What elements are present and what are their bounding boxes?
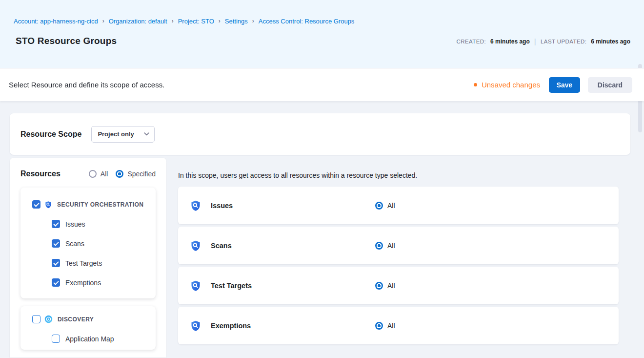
discovery-label[interactable]: DISCOVERY <box>58 316 94 323</box>
issues-label[interactable]: Issues <box>65 220 85 228</box>
chevron-down-icon <box>144 132 149 136</box>
radio-all-icon[interactable] <box>375 242 383 250</box>
radio-all-icon[interactable] <box>375 322 383 330</box>
breadcrumb-account-link[interactable]: Account: app-harness-ng-cicd <box>14 18 98 25</box>
security-orchestration-checkbox[interactable] <box>32 200 40 209</box>
access-all-label[interactable]: All <box>387 282 395 290</box>
breadcrumb-project-link[interactable]: Project: STO <box>178 18 214 25</box>
radio-all-icon[interactable] <box>89 170 97 178</box>
card-label-scans: Scans <box>211 242 232 250</box>
sto-shield-icon <box>190 320 201 332</box>
application-map-checkbox[interactable] <box>52 335 60 343</box>
access-all-label[interactable]: All <box>387 322 395 330</box>
scope-description: In this scope, users get access to all r… <box>178 171 630 179</box>
resources-mode-all-label: All <box>101 170 108 178</box>
access-main: In this scope, users get access to all r… <box>178 158 630 347</box>
tree-item-issues: Issues <box>52 220 149 228</box>
scans-label[interactable]: Scans <box>65 240 84 248</box>
resource-scope-selected-value: Project only <box>98 130 134 138</box>
access-card-scans: Scans All <box>178 227 619 264</box>
access-option-test-targets: All <box>375 282 395 290</box>
issues-checkbox[interactable] <box>52 220 60 228</box>
toolbar-description: Select Resource and define its scope of … <box>9 81 164 89</box>
save-button[interactable]: Save <box>549 77 580 93</box>
breadcrumb-separator: › <box>252 18 254 24</box>
resource-scope-dropdown[interactable]: Project only <box>91 126 155 143</box>
unsaved-dot-icon <box>474 83 477 86</box>
exemptions-checkbox[interactable] <box>52 278 60 287</box>
test-targets-label[interactable]: Test Targets <box>65 259 102 267</box>
breadcrumb-settings-link[interactable]: Settings <box>225 18 248 25</box>
tree-item-test-targets: Test Targets <box>52 259 149 267</box>
access-all-label[interactable]: All <box>387 242 395 250</box>
resources-title: Resources <box>20 169 60 178</box>
access-option-scans: All <box>375 242 395 250</box>
card-label-test-targets: Test Targets <box>211 282 252 290</box>
access-all-label[interactable]: All <box>387 202 395 210</box>
created-updated-meta: CREATED: 6 minutes ago | LAST UPDATED: 6… <box>457 37 630 45</box>
breadcrumb-separator: › <box>219 18 221 24</box>
resources-mode-specified[interactable]: Specified <box>116 170 156 178</box>
access-option-exemptions: All <box>375 322 395 330</box>
radio-specified-icon[interactable] <box>116 170 123 178</box>
exemptions-label[interactable]: Exemptions <box>65 279 101 287</box>
resources-mode-radio-group: All Specified <box>89 170 156 178</box>
application-map-label[interactable]: Application Map <box>65 335 114 343</box>
tree-item-exemptions: Exemptions <box>52 278 149 287</box>
resource-scope-panel: Resource Scope Project only <box>10 113 630 155</box>
last-updated-label: LAST UPDATED: <box>541 39 586 44</box>
radio-all-icon[interactable] <box>375 282 383 290</box>
test-targets-checkbox[interactable] <box>52 259 60 267</box>
breadcrumb: Account: app-harness-ng-cicd › Organizat… <box>14 18 630 25</box>
created-value: 6 minutes ago <box>490 38 530 45</box>
resource-scope-label: Resource Scope <box>20 130 81 139</box>
discard-button[interactable]: Discard <box>588 77 632 93</box>
tree-item-application-map: Application Map <box>52 335 149 343</box>
discovery-icon <box>44 315 53 323</box>
resource-group-discovery: DISCOVERY Application Map <box>20 306 156 350</box>
card-label-exemptions: Exemptions <box>211 322 251 330</box>
unsaved-changes-status: Unsaved changes <box>474 81 540 89</box>
access-card-issues: Issues All <box>178 187 619 224</box>
created-label: CREATED: <box>457 39 486 44</box>
sto-shield-icon <box>190 240 201 252</box>
page-header: Account: app-harness-ng-cicd › Organizat… <box>0 0 644 68</box>
breadcrumb-access-control-link[interactable]: Access Control: Resource Groups <box>259 18 355 25</box>
radio-all-icon[interactable] <box>375 202 383 210</box>
unsaved-changes-label: Unsaved changes <box>482 81 540 89</box>
access-card-exemptions: Exemptions All <box>178 307 619 344</box>
last-updated-value: 6 minutes ago <box>591 38 630 45</box>
action-toolbar: Select Resource and define its scope of … <box>0 68 644 101</box>
breadcrumb-separator: › <box>172 18 174 24</box>
tree-item-scans: Scans <box>52 239 149 248</box>
page-title: STO Resource Groups <box>16 36 117 46</box>
page-content: Resource Scope Project only Resources Al… <box>0 101 644 358</box>
breadcrumb-separator: › <box>102 18 104 24</box>
breadcrumb-organization-link[interactable]: Organization: default <box>109 18 167 25</box>
security-orchestration-label[interactable]: SECURITY ORCHESTRATION <box>57 201 143 208</box>
scans-checkbox[interactable] <box>52 239 60 248</box>
sto-shield-icon <box>190 200 201 211</box>
sto-shield-icon <box>190 280 201 292</box>
meta-divider: | <box>534 37 536 45</box>
access-card-test-targets: Test Targets All <box>178 267 619 304</box>
resource-group-security-orchestration: SECURITY ORCHESTRATION Issues Scans Test… <box>20 188 156 298</box>
resources-panel: Resources All Specified <box>10 158 166 358</box>
discovery-checkbox[interactable] <box>32 315 40 323</box>
resources-mode-specified-label: Specified <box>127 170 156 178</box>
access-option-issues: All <box>375 202 395 210</box>
sto-shield-icon <box>44 201 52 209</box>
card-label-issues: Issues <box>211 202 233 210</box>
resources-mode-all[interactable]: All <box>89 170 108 178</box>
